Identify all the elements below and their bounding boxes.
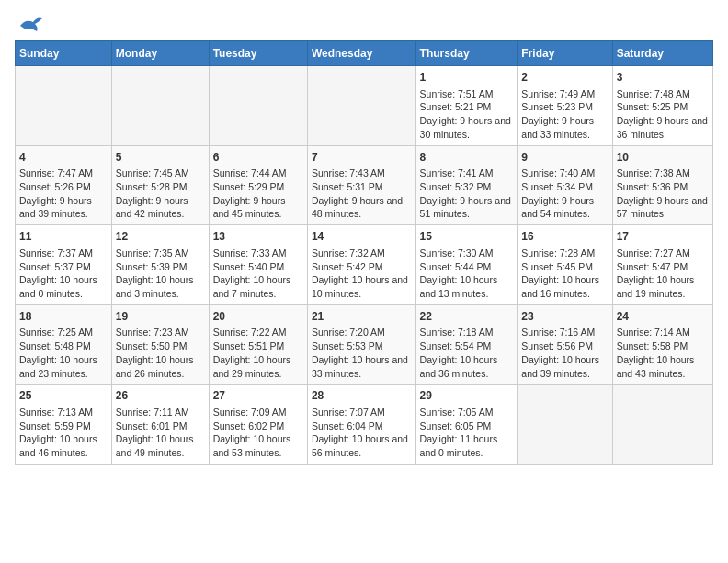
- day-number: 7: [312, 150, 412, 166]
- calendar-week-row: 4Sunrise: 7:47 AM Sunset: 5:26 PM Daylig…: [16, 145, 713, 225]
- day-number: 23: [521, 309, 608, 325]
- calendar-cell: 2Sunrise: 7:49 AM Sunset: 5:23 PM Daylig…: [518, 66, 612, 146]
- calendar-week-row: 11Sunrise: 7:37 AM Sunset: 5:37 PM Dayli…: [16, 225, 713, 305]
- day-number: 19: [116, 309, 205, 325]
- calendar-cell: 10Sunrise: 7:38 AM Sunset: 5:36 PM Dayli…: [612, 145, 712, 225]
- day-number: 17: [617, 229, 709, 245]
- logo: [15, 15, 42, 31]
- day-number: 1: [420, 70, 514, 86]
- calendar-cell: 20Sunrise: 7:22 AM Sunset: 5:51 PM Dayli…: [209, 304, 307, 385]
- day-info: Sunrise: 7:18 AM Sunset: 5:54 PM Dayligh…: [420, 327, 498, 378]
- calendar-body: 1Sunrise: 7:51 AM Sunset: 5:21 PM Daylig…: [16, 66, 713, 465]
- calendar-cell: 23Sunrise: 7:16 AM Sunset: 5:56 PM Dayli…: [518, 304, 612, 385]
- day-header-monday: Monday: [111, 41, 209, 66]
- day-info: Sunrise: 7:16 AM Sunset: 5:56 PM Dayligh…: [521, 327, 599, 378]
- day-info: Sunrise: 7:25 AM Sunset: 5:48 PM Dayligh…: [19, 327, 97, 378]
- day-info: Sunrise: 7:41 AM Sunset: 5:32 PM Dayligh…: [420, 167, 511, 219]
- day-info: Sunrise: 7:48 AM Sunset: 5:25 PM Dayligh…: [617, 88, 708, 140]
- calendar-cell: 13Sunrise: 7:33 AM Sunset: 5:40 PM Dayli…: [209, 225, 307, 305]
- calendar-cell: 17Sunrise: 7:27 AM Sunset: 5:47 PM Dayli…: [612, 225, 712, 305]
- calendar-cell: [518, 385, 612, 465]
- day-number: 3: [617, 70, 709, 86]
- day-info: Sunrise: 7:33 AM Sunset: 5:40 PM Dayligh…: [213, 247, 291, 299]
- day-number: 22: [420, 309, 514, 325]
- day-info: Sunrise: 7:37 AM Sunset: 5:37 PM Dayligh…: [19, 247, 97, 299]
- day-info: Sunrise: 7:32 AM Sunset: 5:42 PM Dayligh…: [312, 247, 408, 299]
- calendar-cell: 28Sunrise: 7:07 AM Sunset: 6:04 PM Dayli…: [307, 385, 415, 465]
- calendar-table: SundayMondayTuesdayWednesdayThursdayFrid…: [15, 40, 713, 465]
- calendar-cell: 3Sunrise: 7:48 AM Sunset: 5:25 PM Daylig…: [612, 66, 712, 146]
- day-number: 11: [19, 229, 108, 245]
- day-header-friday: Friday: [518, 41, 612, 66]
- calendar-cell: 21Sunrise: 7:20 AM Sunset: 5:53 PM Dayli…: [307, 304, 415, 385]
- day-number: 26: [116, 388, 205, 404]
- day-info: Sunrise: 7:30 AM Sunset: 5:44 PM Dayligh…: [420, 247, 498, 299]
- calendar-cell: 27Sunrise: 7:09 AM Sunset: 6:02 PM Dayli…: [209, 385, 307, 465]
- calendar-cell: [111, 66, 209, 146]
- day-number: 9: [521, 150, 608, 166]
- day-info: Sunrise: 7:45 AM Sunset: 5:28 PM Dayligh…: [116, 167, 189, 219]
- day-number: 15: [420, 229, 514, 245]
- day-number: 18: [19, 309, 108, 325]
- calendar-cell: 5Sunrise: 7:45 AM Sunset: 5:28 PM Daylig…: [111, 145, 209, 225]
- day-header-sunday: Sunday: [16, 41, 112, 66]
- calendar-cell: [16, 66, 112, 146]
- day-number: 2: [521, 70, 608, 86]
- day-info: Sunrise: 7:11 AM Sunset: 6:01 PM Dayligh…: [116, 407, 194, 458]
- day-number: 8: [420, 150, 514, 166]
- calendar-cell: 4Sunrise: 7:47 AM Sunset: 5:26 PM Daylig…: [16, 145, 112, 225]
- day-info: Sunrise: 7:23 AM Sunset: 5:50 PM Dayligh…: [116, 327, 194, 378]
- day-number: 21: [312, 309, 412, 325]
- day-info: Sunrise: 7:07 AM Sunset: 6:04 PM Dayligh…: [312, 407, 408, 458]
- calendar-header-row: SundayMondayTuesdayWednesdayThursdayFrid…: [16, 41, 713, 66]
- calendar-cell: 7Sunrise: 7:43 AM Sunset: 5:31 PM Daylig…: [307, 145, 415, 225]
- calendar-cell: [612, 385, 712, 465]
- calendar-cell: 25Sunrise: 7:13 AM Sunset: 5:59 PM Dayli…: [16, 385, 112, 465]
- calendar-week-row: 18Sunrise: 7:25 AM Sunset: 5:48 PM Dayli…: [16, 304, 713, 385]
- day-number: 4: [19, 150, 108, 166]
- day-info: Sunrise: 7:44 AM Sunset: 5:29 PM Dayligh…: [213, 167, 287, 219]
- day-number: 16: [521, 229, 608, 245]
- day-header-wednesday: Wednesday: [307, 41, 415, 66]
- day-number: 14: [312, 229, 412, 245]
- day-info: Sunrise: 7:49 AM Sunset: 5:23 PM Dayligh…: [521, 88, 595, 140]
- day-number: 13: [213, 229, 303, 245]
- page-header: [15, 15, 713, 31]
- day-info: Sunrise: 7:09 AM Sunset: 6:02 PM Dayligh…: [213, 407, 291, 458]
- day-number: 6: [213, 150, 303, 166]
- calendar-cell: 18Sunrise: 7:25 AM Sunset: 5:48 PM Dayli…: [16, 304, 112, 385]
- calendar-cell: 8Sunrise: 7:41 AM Sunset: 5:32 PM Daylig…: [415, 145, 518, 225]
- day-number: 20: [213, 309, 303, 325]
- day-info: Sunrise: 7:27 AM Sunset: 5:47 PM Dayligh…: [617, 247, 695, 299]
- calendar-cell: 9Sunrise: 7:40 AM Sunset: 5:34 PM Daylig…: [518, 145, 612, 225]
- logo-bird-icon: [17, 15, 42, 35]
- calendar-cell: 6Sunrise: 7:44 AM Sunset: 5:29 PM Daylig…: [209, 145, 307, 225]
- day-number: 10: [617, 150, 709, 166]
- day-info: Sunrise: 7:28 AM Sunset: 5:45 PM Dayligh…: [521, 247, 599, 299]
- day-header-tuesday: Tuesday: [209, 41, 307, 66]
- day-number: 12: [116, 229, 205, 245]
- day-info: Sunrise: 7:38 AM Sunset: 5:36 PM Dayligh…: [617, 167, 708, 219]
- day-number: 29: [420, 388, 514, 404]
- day-number: 25: [19, 388, 108, 404]
- day-info: Sunrise: 7:40 AM Sunset: 5:34 PM Dayligh…: [521, 167, 595, 219]
- calendar-cell: 12Sunrise: 7:35 AM Sunset: 5:39 PM Dayli…: [111, 225, 209, 305]
- calendar-cell: [209, 66, 307, 146]
- day-number: 24: [617, 309, 709, 325]
- day-info: Sunrise: 7:22 AM Sunset: 5:51 PM Dayligh…: [213, 327, 291, 378]
- calendar-cell: 15Sunrise: 7:30 AM Sunset: 5:44 PM Dayli…: [415, 225, 518, 305]
- day-number: 28: [312, 388, 412, 404]
- day-header-saturday: Saturday: [612, 41, 712, 66]
- day-number: 27: [213, 388, 303, 404]
- calendar-cell: 14Sunrise: 7:32 AM Sunset: 5:42 PM Dayli…: [307, 225, 415, 305]
- calendar-cell: 24Sunrise: 7:14 AM Sunset: 5:58 PM Dayli…: [612, 304, 712, 385]
- calendar-cell: 19Sunrise: 7:23 AM Sunset: 5:50 PM Dayli…: [111, 304, 209, 385]
- day-info: Sunrise: 7:14 AM Sunset: 5:58 PM Dayligh…: [617, 327, 695, 378]
- day-number: 5: [116, 150, 205, 166]
- day-info: Sunrise: 7:51 AM Sunset: 5:21 PM Dayligh…: [420, 88, 511, 140]
- calendar-cell: 1Sunrise: 7:51 AM Sunset: 5:21 PM Daylig…: [415, 66, 518, 146]
- day-info: Sunrise: 7:35 AM Sunset: 5:39 PM Dayligh…: [116, 247, 194, 299]
- calendar-week-row: 25Sunrise: 7:13 AM Sunset: 5:59 PM Dayli…: [16, 385, 713, 465]
- day-info: Sunrise: 7:43 AM Sunset: 5:31 PM Dayligh…: [312, 167, 403, 219]
- day-info: Sunrise: 7:13 AM Sunset: 5:59 PM Dayligh…: [19, 407, 97, 458]
